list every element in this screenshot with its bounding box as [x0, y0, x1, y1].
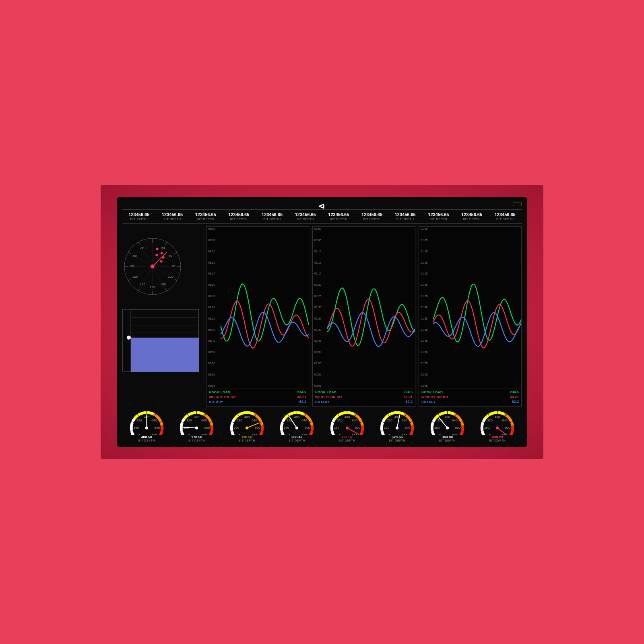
- gauge-item-7: 930.23BIT DEPTH: [473, 411, 522, 442]
- metric-item-11: 123456.65BIT DEPTH: [488, 212, 522, 221]
- gauge-item-0: 480.50BIT DEPTH: [122, 411, 171, 442]
- gauges-row: 480.50BIT DEPTH170.50BIT DEPTH720.50BIT …: [122, 409, 522, 442]
- gauge-value-7: 930.23: [492, 435, 503, 439]
- legend-label: ROTARY: [421, 400, 436, 404]
- header: ⊲: [122, 202, 522, 210]
- legend-row-rotary-1: ROTARY62.2: [315, 400, 413, 404]
- legend-row-hook-load-2: HOOK LOAD234.5: [421, 390, 519, 394]
- gauge-label-4: BIT DEPTH: [339, 439, 355, 442]
- header-center: ⊲: [318, 201, 326, 211]
- exit-fullscreen-button[interactable]: [513, 202, 522, 206]
- logo-arrow: ⊲: [318, 201, 326, 211]
- legend-row-rotary-0: ROTARY62.2: [209, 400, 306, 404]
- gauge-value-3: 360.42: [291, 435, 303, 439]
- legend-label: HOOK LOAD: [421, 390, 443, 394]
- gauge-label-0: BIT DEPTH: [138, 439, 155, 442]
- metric-item-0: 123456.65BIT DEPTH: [122, 212, 156, 221]
- metric-item-6: 123456.65BIT DEPTH: [322, 212, 355, 221]
- charts-section: 01:0001:0501:1001:1501:1501:2001:2501:30…: [206, 226, 522, 407]
- metric-value-1: 123456.65: [156, 212, 189, 217]
- chart-legend-2: HOOK LOAD234.5WEIGHT ON BIT33.21ROTARY62…: [419, 388, 521, 406]
- chart-panel-1: 01:0001:0501:1001:1501:1501:2001:2501:30…: [312, 226, 415, 407]
- metric-item-5: 123456.65BIT DEPTH: [289, 212, 322, 221]
- block-height-container: [122, 309, 199, 372]
- gauge-item-2: 720.50BIT DEPTH: [223, 411, 271, 442]
- gauge-canvas-0: [128, 411, 166, 435]
- chart-legend-0: HOOK LOAD234.5WEIGHT ON BIT33.21ROTARY62…: [206, 388, 309, 406]
- metric-value-6: 123456.65: [322, 212, 355, 217]
- metric-value-10: 123456.65: [455, 212, 489, 217]
- legend-value: 234.5: [510, 390, 519, 394]
- legend-row-hook-load-1: HOOK LOAD234.5: [315, 390, 413, 394]
- gauge-label-6: BIT DEPTH: [439, 439, 456, 442]
- legend-row-weight-on-bit-0: WEIGHT ON BIT33.21: [209, 395, 306, 399]
- gauge-value-4: 902.37: [341, 435, 353, 439]
- block-height-canvas: [123, 310, 199, 372]
- metric-item-10: 123456.65BIT DEPTH: [455, 212, 489, 221]
- gauge-item-4: 902.37BIT DEPTH: [323, 411, 372, 442]
- legend-label: ROTARY: [315, 400, 330, 404]
- metric-label-6: BIT DEPTH: [322, 217, 355, 221]
- logo: ⊲: [318, 201, 326, 211]
- metric-item-3: 123456.65BIT DEPTH: [222, 212, 256, 221]
- legend-label: WEIGHT ON BIT: [315, 395, 343, 399]
- gauge-canvas-4: [328, 411, 366, 435]
- metric-value-0: 123456.65: [122, 212, 156, 217]
- metric-value-4: 123456.65: [256, 212, 289, 217]
- legend-row-hook-load-0: HOOK LOAD234.5: [209, 390, 306, 394]
- chart-svg-2: [433, 227, 521, 388]
- metric-label-1: BIT DEPTH: [156, 217, 189, 221]
- metric-label-10: BIT DEPTH: [455, 217, 489, 221]
- gauge-canvas-3: [278, 411, 316, 435]
- gauge-value-0: 480.50: [141, 435, 152, 439]
- gauge-label-7: BIT DEPTH: [489, 439, 506, 442]
- gauge-canvas-2: [228, 411, 266, 435]
- metric-value-3: 123456.65: [222, 212, 256, 217]
- metric-value-7: 123456.65: [355, 212, 389, 217]
- legend-row-rotary-2: ROTARY62.2: [421, 400, 519, 404]
- metric-item-7: 123456.65BIT DEPTH: [355, 212, 389, 221]
- gauge-value-1: 170.50: [191, 435, 202, 439]
- metric-label-2: BIT DEPTH: [189, 217, 222, 221]
- gauge-item-5: 520.66BIT DEPTH: [373, 411, 422, 442]
- chart-svg-1: [327, 227, 415, 388]
- dashboard: ⊲ 123456.65BIT DEPTH123456.65BIT DEPTH12…: [117, 197, 527, 447]
- metric-item-9: 123456.65BIT DEPTH: [422, 212, 455, 221]
- gauge-item-6: 340.89BIT DEPTH: [423, 411, 472, 442]
- legend-value: 33.21: [510, 395, 519, 399]
- gauge-value-6: 340.89: [442, 435, 453, 439]
- legend-value: 234.5: [297, 390, 306, 394]
- metric-label-9: BIT DEPTH: [422, 217, 455, 221]
- legend-value: 33.21: [403, 395, 413, 399]
- metric-label-11: BIT DEPTH: [488, 217, 522, 221]
- left-panel: [122, 226, 203, 407]
- metric-value-5: 123456.65: [289, 212, 322, 217]
- legend-label: HOOK LOAD: [209, 390, 230, 394]
- chart-area-1: 01:0001:0501:1001:1501:1501:2001:2501:30…: [313, 227, 415, 388]
- legend-value: 62.2: [299, 400, 306, 404]
- legend-row-weight-on-bit-2: WEIGHT ON BIT33.21: [421, 395, 519, 399]
- legend-label: HOOK LOAD: [315, 390, 336, 394]
- legend-label: WEIGHT ON BIT: [421, 395, 449, 399]
- metric-label-3: BIT DEPTH: [222, 217, 256, 221]
- legend-label: ROTARY: [209, 400, 223, 404]
- metric-value-2: 123456.65: [189, 212, 222, 217]
- metric-value-11: 123456.65: [488, 212, 522, 217]
- chart-area-0: 01:0001:0501:1001:1501:1501:2001:2501:30…: [206, 227, 309, 388]
- chart-panel-0: 01:0001:0501:1001:1501:1501:2001:2501:30…: [206, 226, 309, 407]
- metric-label-8: BIT DEPTH: [388, 217, 422, 221]
- gauge-item-3: 360.42BIT DEPTH: [273, 411, 322, 442]
- legend-value: 62.2: [405, 400, 413, 404]
- metric-item-4: 123456.65BIT DEPTH: [256, 212, 289, 221]
- gauge-canvas-1: [178, 411, 216, 435]
- main-content: 01:0001:0501:1001:1501:1501:2001:2501:30…: [122, 226, 522, 407]
- gauge-canvas-7: [478, 411, 516, 435]
- compass-container: [122, 226, 199, 307]
- metric-item-1: 123456.65BIT DEPTH: [156, 212, 189, 221]
- metric-label-7: BIT DEPTH: [355, 217, 389, 221]
- metric-label-0: BIT DEPTH: [122, 217, 156, 221]
- metric-value-9: 123456.65: [422, 212, 455, 217]
- metric-value-8: 123456.65: [388, 212, 422, 217]
- gauge-label-2: BIT DEPTH: [239, 439, 255, 442]
- chart-legend-1: HOOK LOAD234.5WEIGHT ON BIT33.21ROTARY62…: [313, 388, 415, 406]
